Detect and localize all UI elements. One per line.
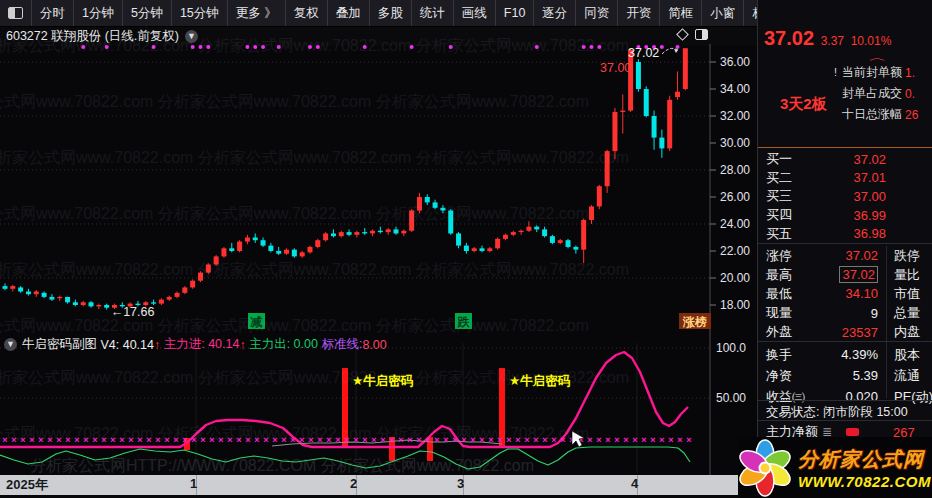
trade-status: 交易状态: 闭市阶段 15:00	[766, 404, 908, 421]
menu-item-5[interactable]: 更多 》	[228, 0, 286, 26]
svg-text:24.00: 24.00	[720, 217, 750, 231]
layout-toggle-button[interactable]	[0, 0, 32, 26]
svg-text:×: ×	[389, 435, 394, 445]
svg-text:×: ×	[506, 435, 511, 445]
logo-url: WWW.70822.COM	[798, 473, 931, 490]
alert-icon: !	[834, 66, 837, 78]
indicator-header-part: 牛启密码副图	[22, 336, 97, 353]
limit-info-row: 当前封单额1.	[842, 62, 932, 83]
svg-text:×: ×	[11, 435, 16, 445]
svg-text:×: ×	[686, 435, 691, 445]
svg-text:×: ×	[470, 435, 475, 445]
svg-text:×: ×	[515, 435, 520, 445]
svg-text:×: ×	[110, 435, 115, 445]
collapse-indicator-icon[interactable]: ▼	[4, 338, 17, 351]
time-axis-label: 2	[350, 476, 357, 491]
limit-info-box: 当前封单额1.封单占成交0.十日总涨幅26	[842, 62, 932, 125]
divider	[758, 147, 932, 148]
svg-text:30.00: 30.00	[720, 136, 750, 150]
order-book-row[interactable]: 买一37.02	[766, 150, 926, 169]
svg-text:×: ×	[542, 435, 547, 445]
svg-text:×: ×	[218, 435, 223, 445]
svg-text:×: ×	[128, 435, 133, 445]
trading-app-window: 分时1分钟5分钟15分钟更多 》复权叠加多股统计画线F10逐分同资开资简框小窗标…	[0, 0, 932, 498]
indicator-header-part: 主力出: 0.00	[246, 336, 318, 353]
svg-text:×: ×	[263, 435, 268, 445]
order-book-row[interactable]: 买二37.01	[766, 169, 926, 188]
svg-text:×: ×	[65, 435, 70, 445]
time-axis-label: 2025年	[6, 476, 48, 494]
svg-text:×: ×	[326, 435, 331, 445]
svg-text:×: ×	[668, 435, 673, 445]
menu-item-8[interactable]: 多股	[370, 0, 412, 26]
svg-text:×: ×	[173, 435, 178, 445]
svg-text:×: ×	[560, 435, 565, 445]
order-book-row[interactable]: 买四36.99	[766, 206, 926, 225]
svg-text:×: ×	[56, 435, 61, 445]
svg-text:←17.66: ←17.66	[111, 305, 155, 319]
menu-item-11[interactable]: F10	[496, 0, 535, 26]
svg-text:50.00: 50.00	[716, 391, 746, 405]
flow-legend-chip	[846, 428, 859, 436]
svg-text:×: ×	[317, 435, 322, 445]
svg-text:×: ×	[308, 435, 313, 445]
order-book-row[interactable]: 买三37.00	[766, 187, 926, 206]
menu-item-15[interactable]: 简框	[660, 0, 702, 26]
svg-text:×: ×	[551, 435, 556, 445]
menu-item-2[interactable]: 1分钟	[74, 0, 123, 26]
svg-text:涨榜: 涨榜	[682, 315, 707, 329]
svg-text:×: ×	[524, 435, 529, 445]
order-book: 买一37.02买二37.01买三37.00买四36.99买五36.98	[766, 150, 926, 243]
indicator-header: ▼ 牛启密码副图 V4: 40.14↑ 主力进: 40.14↑ 主力出: 0.0…	[4, 337, 387, 352]
menu-item-14[interactable]: 开资	[618, 0, 660, 26]
menu-item-16[interactable]: 小窗	[702, 0, 744, 26]
limit-info-row: 十日总涨幅26	[842, 104, 932, 125]
detail-row: 最低34.10市值	[766, 284, 932, 303]
menu-item-1[interactable]: 分时	[32, 0, 74, 26]
diamond-marker-icon[interactable]	[676, 28, 689, 41]
menu-item-9[interactable]: 统计	[412, 0, 454, 26]
svg-text:34.00: 34.00	[720, 82, 750, 96]
indicator-subchart[interactable]: 100.050.00××××××××××××××××××××××××××××××…	[0, 335, 757, 475]
quote-sidebar: 37.02 3.37 10.01% ︿ ! 当前封单额1.封单占成交0.十日总涨…	[757, 0, 932, 498]
menu-item-4[interactable]: 15分钟	[172, 0, 228, 26]
svg-text:×: ×	[605, 435, 610, 445]
svg-text:×: ×	[497, 435, 502, 445]
svg-text:×: ×	[587, 435, 592, 445]
order-book-row[interactable]: 买五36.98	[766, 224, 926, 243]
detail-row: 换手4.39%股本	[766, 344, 932, 365]
svg-text:×: ×	[641, 435, 646, 445]
detail-row: 外盘23537内盘	[766, 323, 932, 342]
svg-text:×: ×	[2, 435, 7, 445]
menu-item-3[interactable]: 5分钟	[123, 0, 172, 26]
menu-item-10[interactable]: 画线	[454, 0, 496, 26]
main-candlestick-chart[interactable]: 36.0034.0032.0030.0028.0026.0024.0022.00…	[0, 44, 757, 335]
svg-text:×: ×	[488, 435, 493, 445]
menu-item-6[interactable]: 复权	[286, 0, 328, 26]
svg-text:20.00: 20.00	[720, 271, 750, 285]
svg-text:36.00: 36.00	[720, 55, 750, 69]
svg-text:×: ×	[380, 435, 385, 445]
svg-text:×: ×	[20, 435, 25, 445]
site-logo[interactable]: 分析家公式网 WWW.70822.COM	[738, 437, 932, 498]
svg-text:×: ×	[443, 435, 448, 445]
menu-item-13[interactable]: 同资	[576, 0, 618, 26]
svg-text:×: ×	[38, 435, 43, 445]
svg-text:×: ×	[236, 435, 241, 445]
svg-text:32.00: 32.00	[720, 109, 750, 123]
chevron-down-icon[interactable]: ▼	[185, 30, 198, 43]
detail-table: 涨停37.02跌停最高37.02量比最低34.10市值现量9总量外盘23537内…	[766, 246, 932, 342]
time-axis-label: 4	[631, 476, 638, 491]
limit-info-row: 封单占成交0.	[842, 83, 932, 104]
panel-toggle-icon[interactable]	[695, 29, 708, 40]
svg-text:26.00: 26.00	[720, 190, 750, 204]
svg-text:×: ×	[596, 435, 601, 445]
menu-item-12[interactable]: 逐分	[534, 0, 576, 26]
svg-text:×: ×	[191, 435, 196, 445]
svg-text:×: ×	[164, 435, 169, 445]
menu-item-7[interactable]: 叠加	[328, 0, 370, 26]
svg-text:×: ×	[299, 435, 304, 445]
svg-text:×: ×	[137, 435, 142, 445]
svg-text:×: ×	[425, 435, 430, 445]
svg-text:×: ×	[416, 435, 421, 445]
